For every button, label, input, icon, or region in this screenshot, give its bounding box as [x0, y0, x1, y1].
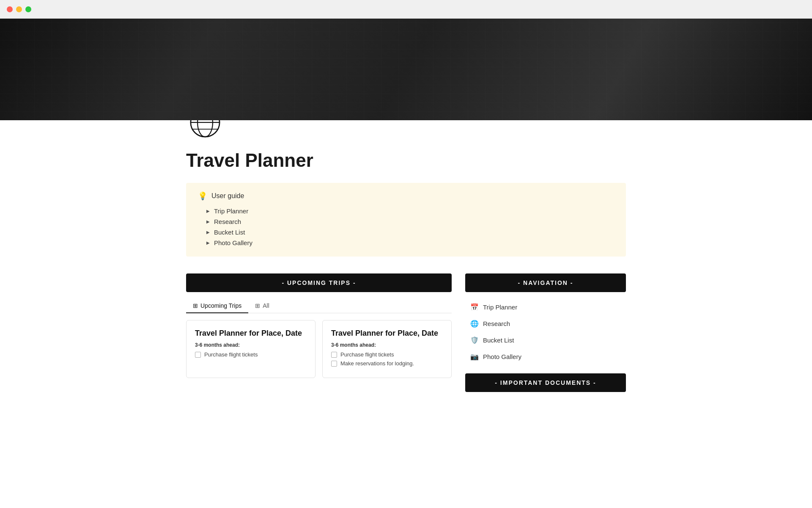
checkbox-label: Purchase flight tickets	[204, 351, 258, 358]
nav-item-label: Photo Gallery	[483, 353, 521, 360]
nav-item-research[interactable]: 🌐 Research	[465, 315, 626, 332]
trip-card-label: 3-6 months ahead:	[195, 342, 307, 348]
user-guide-header: 💡 User guide	[198, 191, 614, 201]
nav-item-label: Trip Planner	[483, 304, 517, 311]
arrow-icon: ▶	[206, 209, 210, 213]
minimize-button[interactable]	[16, 6, 22, 12]
trip-card: Travel Planner for Place, Date 3-6 month…	[322, 320, 452, 378]
arrow-icon: ▶	[206, 230, 210, 235]
trip-card-title: Travel Planner for Place, Date	[195, 329, 307, 338]
trip-card-title: Travel Planner for Place, Date	[331, 329, 443, 338]
grid-icon: ⊞	[193, 302, 198, 309]
maximize-button[interactable]	[25, 6, 31, 12]
navigation-header: - NAVIGATION -	[465, 273, 626, 292]
nav-item-photo-gallery[interactable]: 📷 Photo Gallery	[465, 348, 626, 365]
checkbox-label: Purchase flight tickets	[340, 351, 394, 358]
tab-label: Upcoming Trips	[200, 302, 241, 309]
nav-item-label: Bucket List	[483, 337, 514, 344]
nav-item-label: Research	[483, 320, 510, 327]
important-documents-header: - IMPORTANT DOCUMENTS -	[465, 373, 626, 392]
upcoming-trips-section: - UPCOMING TRIPS - ⊞ Upcoming Trips ⊞ Al…	[186, 273, 452, 392]
tab-all[interactable]: ⊞ All	[248, 299, 276, 313]
user-guide-label: User guide	[211, 192, 244, 200]
navigation-section: - NAVIGATION - 📅 Trip Planner 🌐 Research…	[465, 273, 626, 365]
guide-item-photo-gallery[interactable]: ▶ Photo Gallery	[198, 237, 614, 248]
checkbox-item: Make reservations for lodging.	[331, 360, 443, 367]
grid-icon: ⊞	[255, 302, 260, 309]
tab-label: All	[263, 302, 269, 309]
tab-upcoming-trips[interactable]: ⊞ Upcoming Trips	[186, 299, 248, 313]
guide-item-bucket-list[interactable]: ▶ Bucket List	[198, 227, 614, 237]
calendar-icon: 📅	[470, 303, 479, 311]
checkbox[interactable]	[195, 352, 201, 358]
arrow-icon: ▶	[206, 240, 210, 245]
page-title: Travel Planner	[186, 150, 626, 171]
right-column: - NAVIGATION - 📅 Trip Planner 🌐 Research…	[465, 273, 626, 392]
checkbox-item: Purchase flight tickets	[331, 351, 443, 358]
close-button[interactable]	[7, 6, 13, 12]
checkbox[interactable]	[331, 352, 337, 358]
guide-item-label: Bucket List	[214, 229, 245, 236]
nav-item-bucket-list[interactable]: 🛡️ Bucket List	[465, 332, 626, 348]
checkbox[interactable]	[331, 361, 337, 367]
lightbulb-icon: 💡	[198, 191, 207, 201]
checkbox-item: Purchase flight tickets	[195, 351, 307, 358]
trip-cards-grid: Travel Planner for Place, Date 3-6 month…	[186, 320, 452, 378]
hero-banner	[0, 19, 812, 120]
guide-item-research[interactable]: ▶ Research	[198, 216, 614, 227]
two-column-layout: - UPCOMING TRIPS - ⊞ Upcoming Trips ⊞ Al…	[186, 273, 626, 392]
trip-card: Travel Planner for Place, Date 3-6 month…	[186, 320, 315, 378]
guide-item-trip-planner[interactable]: ▶ Trip Planner	[198, 206, 614, 216]
guide-item-label: Photo Gallery	[214, 239, 252, 246]
arrow-icon: ▶	[206, 219, 210, 224]
shield-check-icon: 🛡️	[470, 336, 479, 344]
upcoming-trips-header: - UPCOMING TRIPS -	[186, 273, 452, 292]
trip-card-label: 3-6 months ahead:	[331, 342, 443, 348]
guide-item-label: Research	[214, 218, 241, 225]
nav-item-trip-planner[interactable]: 📅 Trip Planner	[465, 299, 626, 315]
user-guide-box: 💡 User guide ▶ Trip Planner ▶ Research ▶…	[186, 183, 626, 257]
guide-item-label: Trip Planner	[214, 207, 248, 215]
titlebar	[0, 0, 812, 19]
globe-icon: 🌐	[470, 320, 479, 328]
trips-tabs: ⊞ Upcoming Trips ⊞ All	[186, 299, 452, 313]
page-content: Travel Planner 💡 User guide ▶ Trip Plann…	[152, 103, 660, 417]
camera-icon: 📷	[470, 353, 479, 361]
checkbox-label: Make reservations for lodging.	[340, 360, 414, 367]
